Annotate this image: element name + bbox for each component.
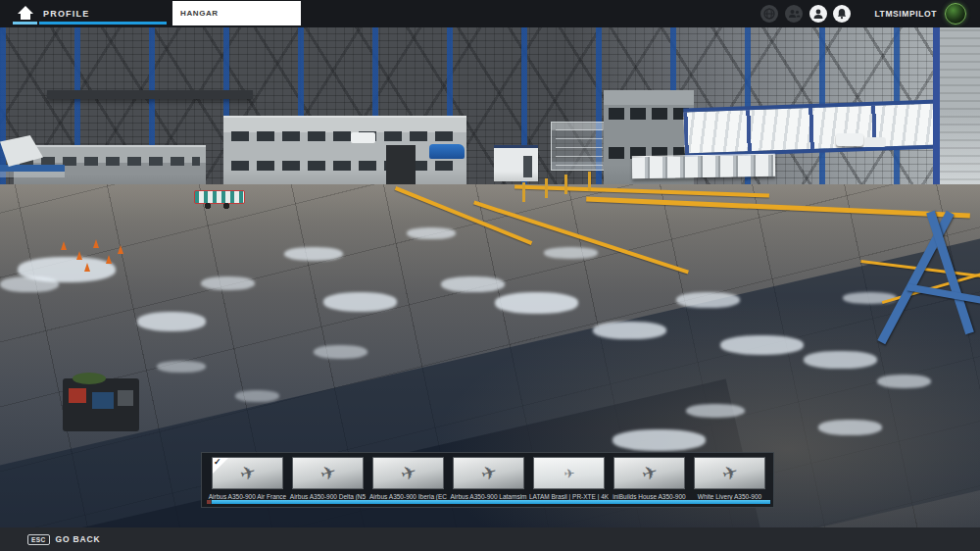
livery-card-air-france[interactable]: ✈ ✓ Airbus A350-900 Air France: [212, 457, 283, 489]
livery-label: LATAM Brasil | PR-XTE | 4K: [529, 493, 609, 500]
livery-thumbnail: ✈: [533, 457, 605, 489]
profile-button[interactable]: [809, 5, 827, 23]
yellow-bollard: [588, 172, 591, 191]
livery-card-inibuilds-house[interactable]: ✈ iniBuilds House A350-900: [613, 457, 685, 489]
traffic-cone: [118, 245, 123, 254]
cloud-reflection: [593, 322, 666, 339]
white-pickup: [351, 132, 375, 143]
blue-car: [429, 144, 465, 159]
cloud-reflection: [877, 375, 931, 388]
esc-key-hint: ESC: [27, 534, 50, 545]
scrollbar-fill: [212, 500, 770, 504]
yellow-bollard: [545, 178, 548, 198]
traffic-cone: [76, 251, 82, 260]
traffic-cone: [93, 239, 99, 248]
hangar-screen: PROFILE HANGAR: [0, 0, 980, 551]
go-back-button[interactable]: ESC GO BACK: [27, 534, 100, 545]
traffic-cone: [84, 263, 90, 272]
cloud-reflection: [0, 276, 59, 292]
hangar-dropdown[interactable]: HANGAR: [172, 1, 301, 25]
aircraft-icon: ✈: [237, 461, 258, 483]
red-crate: [69, 388, 86, 403]
profile-tab-underline: [39, 22, 167, 25]
floor-highlight: [431, 296, 980, 551]
go-back-label: GO BACK: [56, 534, 101, 544]
gray-crate: [118, 390, 133, 406]
home-tab-underline: [13, 22, 37, 25]
globe-icon: [763, 8, 775, 20]
livery-card-latamsim[interactable]: ✈ Airbus A350-900 Latamsim: [453, 457, 524, 489]
livery-card-white-livery[interactable]: ✈ White Livery A350-900: [694, 457, 765, 489]
window-row: [231, 131, 459, 141]
window-row: [609, 108, 689, 120]
cloud-reflection: [612, 429, 706, 451]
livery-label: Airbus A350-900 Latamsim: [449, 493, 528, 500]
white-van: [836, 133, 863, 146]
cargo-containers: [632, 154, 775, 179]
livery-thumbnail: ✈: [372, 457, 444, 489]
traffic-cone: [106, 255, 112, 264]
cloud-reflection: [441, 276, 505, 292]
aircraft-icon: ✈: [639, 461, 660, 483]
top-menu-bar: PROFILE HANGAR: [0, 0, 980, 27]
bottom-action-bar: ESC GO BACK: [0, 527, 980, 551]
profile-tab-label: PROFILE: [43, 9, 89, 19]
window-row: [231, 161, 459, 171]
gamertag-label[interactable]: LTMSIMPILOT: [874, 0, 937, 27]
hangar-door-windows: [683, 99, 940, 157]
home-icon: [16, 5, 35, 21]
cloud-reflection: [157, 361, 206, 373]
cloud-reflection: [284, 247, 343, 261]
cloud-reflection: [686, 404, 745, 418]
livery-card-latam-brasil[interactable]: ✈ LATAM Brasil | PR-XTE | 4K: [533, 457, 605, 489]
livery-thumbnail: ✈ ✓: [212, 457, 283, 489]
baggage-trailer: [194, 190, 245, 204]
cloud-reflection: [495, 292, 578, 314]
livery-thumbnail: ✈: [694, 457, 765, 489]
cloud-reflection: [314, 345, 368, 359]
livery-label: White Livery A350-900: [690, 493, 769, 500]
cloud-reflection: [804, 351, 877, 369]
aircraft-icon: ✈: [564, 467, 575, 480]
livery-label: Airbus A350-900 Air France: [208, 493, 287, 500]
aircraft-icon: ✈: [478, 461, 499, 483]
portable-cabin: [494, 145, 538, 181]
livery-thumbnail: ✈: [292, 457, 364, 489]
friends-button[interactable]: [785, 5, 803, 23]
livery-thumbnail: ✈: [453, 457, 524, 489]
yellow-bollard: [564, 175, 567, 194]
scaffolding: [551, 122, 608, 171]
cloud-reflection: [818, 420, 882, 435]
aircraft-icon: ✈: [318, 461, 338, 483]
foliage: [73, 373, 106, 384]
scrollbar-start-tick: [207, 500, 211, 504]
cargo-cart: [63, 378, 139, 431]
aircraft-icon: ✈: [719, 461, 740, 483]
cloud-reflection: [235, 390, 279, 402]
livery-label: iniBuilds House A350-900: [610, 493, 689, 500]
aircraft-icon: ✈: [398, 461, 418, 483]
livery-thumbnail: ✈: [613, 457, 685, 489]
friends-icon: [788, 8, 801, 20]
hangar-dropdown-value: HANGAR: [180, 9, 219, 18]
avatar[interactable]: [945, 3, 966, 25]
cloud-reflection: [137, 312, 206, 331]
white-car: [864, 137, 886, 147]
globe-button[interactable]: [760, 5, 778, 23]
cloud-reflection: [676, 292, 740, 308]
yellow-bollard: [522, 182, 525, 202]
cloud-reflection: [407, 227, 456, 239]
livery-label: Airbus A350-900 Iberia (EC: [368, 493, 448, 500]
livery-card-delta[interactable]: ✈ Airbus A350-900 Delta (N5: [292, 457, 364, 489]
carousel-scrollbar[interactable]: [207, 500, 770, 504]
livery-carousel: ✈ ✓ Airbus A350-900 Air France ✈ Airbus …: [201, 452, 774, 508]
traffic-cone: [61, 241, 67, 250]
livery-card-iberia[interactable]: ✈ Airbus A350-900 Iberia (EC: [372, 457, 444, 489]
livery-label: Airbus A350-900 Delta (N5: [288, 493, 368, 500]
ceiling-duct: [47, 90, 253, 99]
notifications-button[interactable]: [833, 5, 851, 23]
cloud-reflection: [544, 247, 598, 259]
bell-icon: [836, 8, 848, 20]
cloud-reflection: [323, 292, 397, 312]
home-button[interactable]: [16, 5, 35, 21]
